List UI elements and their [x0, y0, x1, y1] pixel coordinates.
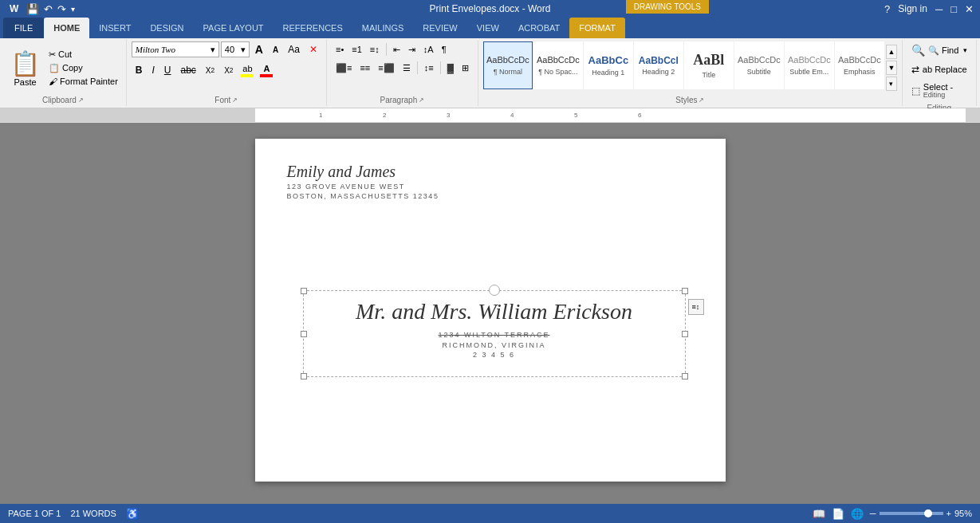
restore-button[interactable]: □ — [950, 3, 957, 15]
font-size-selector[interactable]: 40 ▾ — [221, 41, 250, 57]
clipboard-label: Clipboard ↗ — [42, 94, 84, 104]
handle-bottom-right[interactable] — [682, 373, 688, 379]
tab-home[interactable]: HOME — [44, 18, 89, 38]
handle-top-right[interactable] — [682, 288, 688, 294]
tab-format[interactable]: FORMAT — [569, 18, 625, 38]
recipient-addr1: 1234 Wilton Terrace — [320, 331, 669, 339]
recipient-name: Mr. and Mrs. William Erickson — [320, 299, 669, 324]
style-item-7[interactable]: AaBbCcDc Emphasis — [835, 41, 884, 89]
numbering-button[interactable]: ≡1 — [348, 41, 365, 57]
bullets-button[interactable]: ≡• — [333, 41, 347, 57]
style-item-1[interactable]: AaBbCcDc ¶ No Spac... — [533, 41, 583, 89]
show-hide-button[interactable]: ¶ — [439, 41, 450, 57]
font-color-button[interactable]: A — [258, 62, 275, 78]
cut-button[interactable]: ✂ Cut — [45, 49, 121, 61]
print-layout-icon[interactable]: 📄 — [832, 508, 844, 520]
web-layout-icon[interactable]: 🌐 — [851, 508, 864, 520]
tab-acrobat[interactable]: ACROBAT — [509, 18, 569, 38]
zoom-level: 95% — [954, 509, 972, 518]
drawing-tools-label: DRAWING TOOLS — [626, 0, 709, 14]
style-item-4[interactable]: AaBl Title — [684, 41, 734, 89]
sign-in-button[interactable]: Sign in — [898, 3, 927, 14]
tab-references[interactable]: REFERENCES — [274, 18, 352, 38]
italic-button[interactable]: I — [148, 62, 158, 78]
styles-expand-icon[interactable]: ↗ — [699, 96, 704, 104]
increase-indent-button[interactable]: ⇥ — [405, 41, 419, 57]
tab-file[interactable]: FILE — [3, 18, 44, 38]
qat-customize-button[interactable]: ▾ — [71, 5, 75, 14]
format-painter-button[interactable]: 🖌 Format Painter — [45, 76, 121, 87]
clipboard-expand-icon[interactable]: ↗ — [78, 96, 84, 104]
align-right-button[interactable]: ≡⬛ — [375, 60, 397, 76]
superscript-button[interactable]: X2 — [220, 62, 237, 78]
select-icon: ⬚ — [911, 85, 920, 96]
ribbon: 📋 Paste ✂ Cut 📋 Copy 🖌 Format Painter Cl… — [0, 38, 980, 108]
qat-undo-button[interactable]: ↶ — [44, 3, 53, 15]
shrink-font-button[interactable]: A — [269, 41, 282, 57]
underline-button[interactable]: U — [160, 62, 175, 78]
tab-insert[interactable]: INSERT — [89, 18, 140, 38]
text-highlight-button[interactable]: ab — [238, 62, 256, 78]
paragraph-expand-icon[interactable]: ↗ — [419, 96, 424, 104]
tab-mailings[interactable]: MAILINGS — [352, 18, 414, 38]
help-button[interactable]: ? — [884, 3, 890, 15]
sort-button[interactable]: ↕A — [420, 41, 437, 57]
editing-group: 🔍 🔍 Find ▾ ⇄ ab Replace ⬚ Select - Editi… — [903, 40, 977, 106]
subscript-button[interactable]: X2 — [202, 62, 218, 78]
read-mode-icon[interactable]: 📖 — [813, 508, 825, 520]
style-item-5[interactable]: AaBbCcDc Subtitle — [734, 41, 784, 89]
recipient-textbox[interactable]: ≡↕ Mr. and Mrs. William Erickson 1234 Wi… — [303, 290, 686, 377]
zoom-slider[interactable] — [880, 512, 943, 515]
change-case-button[interactable]: Aa — [284, 41, 304, 57]
styles-scroll-up[interactable]: ▲ — [886, 45, 897, 59]
style-item-2[interactable]: AaBbCc Heading 1 — [584, 41, 633, 89]
shading-button[interactable]: ▓ — [444, 60, 457, 76]
strikethrough-button[interactable]: abc — [177, 62, 200, 78]
handle-bottom-left[interactable] — [301, 373, 307, 379]
style-item-3[interactable]: AaBbCcI Heading 2 — [634, 41, 683, 89]
close-button[interactable]: ✕ — [965, 3, 974, 15]
quick-access-toolbar: W 💾 ↶ ↷ ▾ — [6, 2, 75, 15]
paragraph-row-1: ≡• ≡1 ≡↕ ⇤ ⇥ ↕A ¶ — [333, 41, 450, 57]
qat-save-button[interactable]: 💾 — [26, 3, 39, 15]
clear-formatting-button[interactable]: ✕ — [305, 41, 321, 57]
styles-scroll-down[interactable]: ▼ — [886, 61, 897, 75]
font-expand-icon[interactable]: ↗ — [232, 96, 238, 104]
align-center-button[interactable]: ≡≡ — [356, 60, 373, 76]
ribbon-tabs: FILE HOME INSERT DESIGN PAGE LAYOUT REFE… — [0, 18, 980, 38]
bold-button[interactable]: B — [132, 62, 147, 78]
tab-view[interactable]: VIEW — [467, 18, 509, 38]
align-left-button[interactable]: ⬛≡ — [333, 60, 355, 76]
layout-options-icon[interactable]: ≡↕ — [688, 299, 704, 315]
multilevel-button[interactable]: ≡↕ — [367, 41, 383, 57]
qat-redo-button[interactable]: ↷ — [57, 3, 66, 15]
font-row-2: B I U abc X2 X2 ab A — [132, 62, 276, 78]
page-info: PAGE 1 OF 1 — [8, 509, 61, 518]
borders-button[interactable]: ⊞ — [459, 60, 472, 76]
find-button[interactable]: 🔍 🔍 Find ▾ — [907, 41, 971, 59]
zoom-in-button[interactable]: + — [947, 509, 951, 518]
font-row-1: Milton Two ▾ 40 ▾ A A Aa ✕ — [132, 41, 321, 57]
font-name-selector[interactable]: Milton Two ▾ — [132, 41, 219, 57]
find-dropdown-icon[interactable]: ▾ — [963, 46, 967, 54]
paste-button[interactable]: 📋 Paste — [5, 47, 45, 89]
line-spacing-button[interactable]: ↕≡ — [421, 60, 437, 76]
style-item-0[interactable]: AaBbCcDc ¶ Normal — [483, 41, 533, 89]
decrease-indent-button[interactable]: ⇤ — [390, 41, 403, 57]
accessibility-icon[interactable]: ♿ — [126, 508, 139, 520]
minimize-button[interactable]: ─ — [935, 3, 943, 15]
zoom-out-button[interactable]: ─ — [870, 509, 876, 518]
handle-middle-right[interactable] — [682, 331, 688, 337]
tab-design[interactable]: DESIGN — [140, 18, 193, 38]
tab-page-layout[interactable]: PAGE LAYOUT — [194, 18, 274, 38]
grow-font-button[interactable]: A — [251, 41, 267, 57]
justify-button[interactable]: ☰ — [399, 60, 414, 76]
replace-button[interactable]: ⇄ ab Replace — [907, 61, 971, 77]
tab-review[interactable]: REVIEW — [413, 18, 466, 38]
styles-more[interactable]: ▾ — [886, 77, 897, 91]
select-button[interactable]: ⬚ Select - Editing — [907, 80, 971, 102]
handle-top-left[interactable] — [301, 288, 307, 294]
style-item-6[interactable]: AaBbCcDc Subtle Em... — [785, 41, 834, 89]
handle-middle-left[interactable] — [301, 331, 307, 337]
copy-button[interactable]: 📋 Copy — [45, 62, 121, 74]
